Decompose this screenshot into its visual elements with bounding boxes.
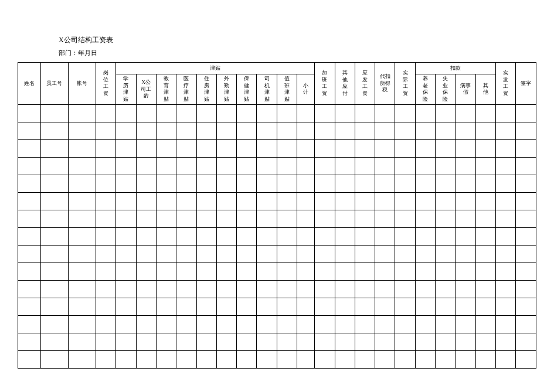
table-cell (516, 280, 536, 298)
table-cell (516, 139, 536, 157)
table-cell (176, 157, 196, 175)
col-ded-other: 其他 (475, 74, 495, 105)
table-cell (516, 122, 536, 139)
table-cell (156, 227, 176, 245)
table-cell (456, 227, 475, 245)
table-cell (355, 245, 375, 263)
table-cell (18, 139, 41, 157)
table-cell (315, 210, 335, 227)
col-allow-edu: 教育津贴 (156, 74, 176, 105)
table-cell (475, 210, 495, 227)
table-cell (196, 245, 216, 263)
table-cell (40, 175, 68, 192)
table-cell (136, 139, 156, 157)
table-cell (456, 298, 475, 315)
table-cell (315, 139, 335, 157)
table-cell (68, 192, 96, 210)
table-cell (176, 333, 196, 350)
table-cell (516, 333, 536, 350)
table-cell (176, 139, 196, 157)
table-row (18, 175, 536, 192)
table-cell (40, 263, 68, 280)
page-title: X公司结构工资表 (59, 35, 536, 45)
table-cell (196, 210, 216, 227)
table-cell (496, 210, 516, 227)
col-ded-sick: 病事假 (456, 74, 475, 105)
table-cell (116, 298, 136, 315)
table-cell (475, 350, 495, 368)
table-cell (355, 350, 375, 368)
table-cell (475, 298, 495, 315)
table-cell (216, 122, 236, 139)
table-cell (475, 263, 495, 280)
table-cell (18, 227, 41, 245)
table-cell (277, 175, 297, 192)
table-cell (415, 192, 435, 210)
table-cell (237, 210, 257, 227)
table-cell (156, 263, 176, 280)
table-cell (116, 280, 136, 298)
table-cell (237, 104, 257, 122)
table-cell (176, 210, 196, 227)
table-cell (375, 315, 395, 333)
col-allow-subtotal: 小计 (297, 74, 315, 105)
table-cell (96, 210, 115, 227)
table-cell (456, 139, 475, 157)
table-cell (216, 245, 236, 263)
table-cell (277, 245, 297, 263)
table-cell (355, 122, 375, 139)
table-cell (297, 298, 315, 315)
table-cell (436, 350, 456, 368)
table-cell (176, 280, 196, 298)
table-cell (335, 280, 355, 298)
table-cell (475, 333, 495, 350)
table-cell (335, 315, 355, 333)
table-cell (315, 280, 335, 298)
table-cell (456, 157, 475, 175)
col-ded-pension: 养老保险 (415, 74, 435, 105)
table-cell (436, 333, 456, 350)
table-cell (156, 175, 176, 192)
table-cell (335, 157, 355, 175)
table-cell (456, 263, 475, 280)
table-cell (496, 298, 516, 315)
table-cell (297, 350, 315, 368)
col-tax: 代扣所得税 (375, 63, 395, 105)
table-cell (18, 350, 41, 368)
table-cell (136, 280, 156, 298)
table-cell (136, 315, 156, 333)
table-cell (116, 210, 136, 227)
table-cell (335, 333, 355, 350)
table-cell (475, 122, 495, 139)
table-cell (475, 157, 495, 175)
table-cell (315, 298, 335, 315)
table-cell (18, 104, 41, 122)
table-cell (516, 104, 536, 122)
table-cell (496, 263, 516, 280)
table-cell (315, 104, 335, 122)
table-cell (237, 333, 257, 350)
table-cell (436, 315, 456, 333)
table-cell (456, 122, 475, 139)
table-cell (335, 210, 355, 227)
table-cell (375, 280, 395, 298)
table-cell (116, 263, 136, 280)
table-cell (375, 175, 395, 192)
table-cell (277, 192, 297, 210)
table-cell (355, 175, 375, 192)
table-row (18, 139, 536, 157)
col-post-salary: 岗位工资 (96, 63, 115, 105)
table-row (18, 104, 536, 122)
table-row (18, 122, 536, 139)
col-group-deduction: 扣款 (415, 63, 495, 74)
table-cell (436, 210, 456, 227)
table-cell (237, 315, 257, 333)
table-cell (176, 245, 196, 263)
table-cell (415, 227, 435, 245)
col-allow-medical: 医疗津贴 (176, 74, 196, 105)
table-cell (116, 245, 136, 263)
table-cell (395, 192, 415, 210)
table-cell (335, 245, 355, 263)
table-cell (116, 122, 136, 139)
table-cell (375, 139, 395, 157)
